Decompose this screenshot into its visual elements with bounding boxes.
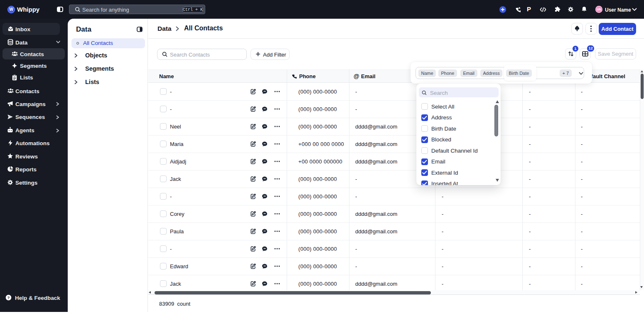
svg-text:?: ? (7, 295, 10, 300)
